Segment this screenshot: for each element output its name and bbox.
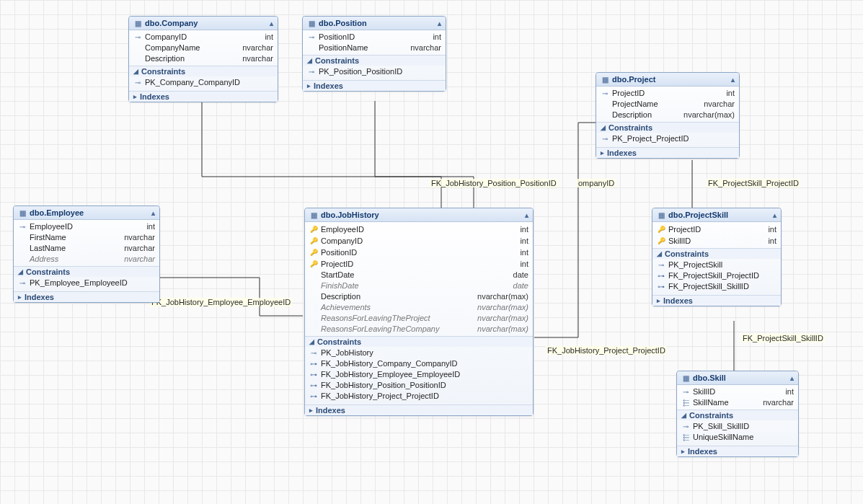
constraints-header[interactable]: ◢Constraints	[596, 123, 739, 133]
column-row: ProjectNamenvarchar	[596, 99, 739, 110]
pk-icon	[307, 32, 316, 43]
column-row: ProjectIDint	[596, 88, 739, 99]
column-row: CompanyNamenvarchar	[129, 43, 278, 53]
table-name: dbo.JobHistory	[321, 211, 379, 219]
pk-icon	[133, 77, 142, 88]
unique-icon: ⬱	[681, 397, 690, 408]
table-title-company[interactable]: dbo.Company ▴	[129, 17, 278, 30]
table-title-projectskill[interactable]: dbo.ProjectSkill ▴	[652, 208, 781, 222]
table-name: dbo.ProjectSkill	[668, 211, 728, 219]
column-row: LastNamenvarchar	[14, 243, 159, 254]
table-name: dbo.Company	[145, 19, 198, 27]
table-icon	[309, 211, 318, 219]
table-icon	[657, 211, 665, 219]
rel-label-jh-position: FK_JobHistory_Position_PositionID	[430, 179, 558, 187]
pk-icon	[133, 32, 142, 43]
indexes-header[interactable]: ▸Indexes	[652, 296, 781, 306]
column-row: ⬱SkillNamenvarchar	[677, 397, 798, 408]
table-project[interactable]: dbo.Project ▴ ProjectIDint ProjectNamenv…	[596, 72, 740, 159]
indexes-header[interactable]: ▸Indexes	[129, 92, 278, 102]
rel-label-ps-project: FK_ProjectSkill_ProjectID	[707, 179, 800, 187]
indexes-header[interactable]: ▸Indexes	[596, 148, 739, 158]
constraint-row: ⬱UniqueSkillName	[677, 432, 798, 443]
constraint-row: FK_ProjectSkill_SkillID	[652, 281, 781, 292]
table-title-project[interactable]: dbo.Project ▴	[596, 73, 739, 87]
indexes-header[interactable]: ▸Indexes	[303, 81, 446, 91]
collapse-icon[interactable]: ▴	[525, 211, 528, 219]
column-row: SkillIDint	[652, 235, 781, 247]
table-name: dbo.Skill	[693, 373, 726, 382]
column-row: Descriptionnvarchar	[129, 53, 278, 64]
table-projectskill[interactable]: dbo.ProjectSkill ▴ ProjectIDint SkillIDi…	[652, 208, 782, 306]
table-name: dbo.Project	[612, 75, 656, 84]
rel-label-jh-project: FK_JobHistory_Project_ProjectID	[546, 346, 667, 355]
column-row: PositionIDint	[303, 32, 446, 43]
rel-label-jh-employee: FK_JobHistory_Employee_EmployeeID	[150, 298, 292, 306]
column-row: FinishDatedate	[305, 280, 533, 291]
constraints-header[interactable]: ◢Constraints	[129, 66, 278, 76]
table-icon	[133, 19, 142, 27]
column-row: PositionNamenvarchar	[303, 43, 446, 53]
constraints-section: ◢Constraints PK_Company_CompanyID	[129, 66, 278, 89]
key-icon	[309, 224, 318, 235]
constraints-header[interactable]: ◢Constraints	[303, 56, 446, 66]
column-row: EmployeeIDint	[305, 224, 533, 235]
collapse-icon[interactable]: ▴	[773, 211, 776, 219]
column-row: CompanyIDint	[305, 235, 533, 247]
table-company[interactable]: dbo.Company ▴ CompanyIDint CompanyNamenv…	[128, 16, 278, 102]
table-employee[interactable]: dbo.Employee ▴ EmployeeIDint FirstNamenv…	[13, 205, 160, 303]
table-jobhistory[interactable]: dbo.JobHistory ▴ EmployeeIDint CompanyID…	[304, 208, 534, 416]
column-row: StartDatedate	[305, 270, 533, 280]
table-icon	[307, 19, 316, 27]
constraint-row: FK_JobHistory_Employee_EmployeeID	[305, 369, 533, 380]
table-icon	[601, 76, 609, 84]
column-row: ProjectIDint	[652, 224, 781, 235]
collapse-icon[interactable]: ▴	[790, 374, 794, 382]
indexes-header[interactable]: ▸Indexes	[677, 446, 798, 456]
table-name: dbo.Position	[319, 19, 367, 27]
constraint-row: PK_Company_CompanyID	[129, 77, 278, 88]
collapse-icon[interactable]: ▴	[731, 76, 735, 84]
unique-icon: ⬱	[681, 432, 690, 443]
table-position[interactable]: dbo.Position ▴ PositionIDint PositionNam…	[302, 16, 446, 92]
constraint-row: FK_JobHistory_Company_CompanyID	[305, 358, 533, 369]
column-row: Descriptionnvarchar(max)	[596, 110, 739, 120]
table-title-position[interactable]: dbo.Position ▴	[303, 17, 446, 30]
constraint-row: PK_Employee_EmployeeID	[14, 278, 159, 288]
column-row: EmployeeIDint	[14, 221, 159, 232]
table-title-skill[interactable]: dbo.Skill ▴	[677, 371, 798, 385]
indexes-header[interactable]: ▸Indexes	[305, 405, 533, 415]
constraints-header[interactable]: ◢Constraints	[652, 249, 781, 259]
column-row: ReasonsForLeavingTheCompanynvarchar(max)	[305, 324, 533, 335]
column-row: SkillIDint	[677, 386, 798, 397]
collapse-icon[interactable]: ▴	[438, 19, 441, 27]
indexes-header[interactable]: ▸Indexes	[14, 292, 159, 302]
column-row: ReasonsForLeavingTheProjectnvarchar(max)	[305, 313, 533, 324]
constraint-row: FK_JobHistory_Position_PositionID	[305, 380, 533, 391]
column-row: PositionIDint	[305, 247, 533, 258]
constraints-header[interactable]: ◢Constraints	[305, 337, 533, 347]
constraint-row: PK_JobHistory	[305, 348, 533, 358]
constraint-row: PK_Position_PositionID	[303, 66, 446, 77]
table-title-jobhistory[interactable]: dbo.JobHistory ▴	[305, 208, 533, 222]
collapse-icon[interactable]: ▴	[270, 19, 273, 27]
column-row: Descriptionnvarchar(max)	[305, 291, 533, 302]
columns: CompanyIDint CompanyNamenvarchar Descrip…	[129, 30, 278, 64]
table-skill[interactable]: dbo.Skill ▴ SkillIDint ⬱SkillNamenvarcha…	[676, 371, 799, 457]
constraints-header[interactable]: ◢Constraints	[14, 267, 159, 277]
table-name: dbo.Employee	[30, 208, 84, 217]
fk-icon	[309, 358, 318, 369]
table-icon	[18, 209, 27, 217]
column-row: Addressnvarchar	[14, 254, 159, 265]
column-row: CompanyIDint	[129, 32, 278, 43]
column-row: Achievementsnvarchar(max)	[305, 302, 533, 313]
constraint-row: FK_ProjectSkill_ProjectID	[652, 270, 781, 281]
table-title-employee[interactable]: dbo.Employee ▴	[14, 206, 159, 220]
constraints-header[interactable]: ◢Constraints	[677, 410, 798, 420]
collapse-icon[interactable]: ▴	[151, 209, 155, 217]
constraint-row: PK_Project_ProjectID	[596, 133, 739, 144]
constraint-row: PK_ProjectSkill	[652, 260, 781, 270]
constraint-row: FK_JobHistory_Project_ProjectID	[305, 391, 533, 402]
column-row: ProjectIDint	[305, 258, 533, 270]
column-row: FirstNamenvarchar	[14, 232, 159, 243]
